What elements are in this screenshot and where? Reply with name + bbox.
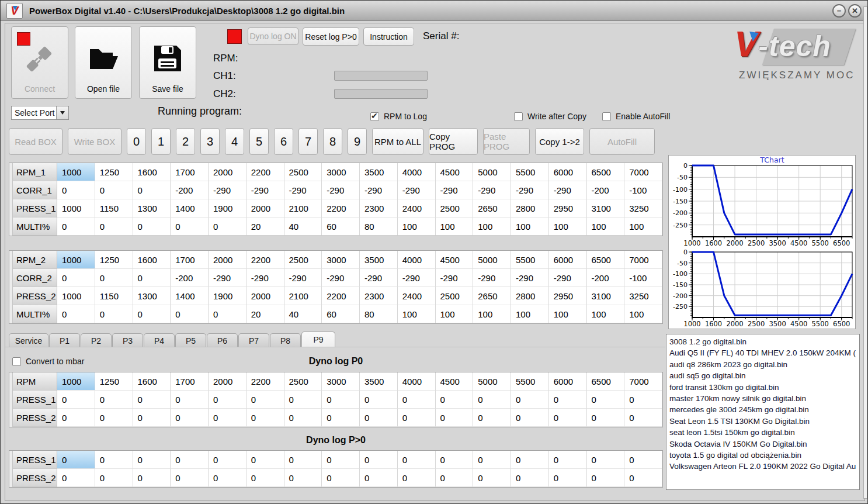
cell-PRESS_1-7[interactable]: 0 [322, 451, 360, 469]
cell-PRESS_2-13[interactable]: 0 [549, 469, 587, 487]
cell-PRESS_1-5[interactable]: 0 [246, 451, 284, 469]
cell-PRESS_2-14[interactable]: 0 [587, 409, 625, 427]
program-button-7[interactable]: 7 [298, 128, 318, 155]
cell-PRESS_1-14[interactable]: 0 [587, 451, 625, 469]
cell-RPM-12[interactable]: 5500 [511, 372, 549, 391]
cell-RPM_2-10[interactable]: 4500 [436, 251, 474, 269]
program-button-6[interactable]: 6 [274, 128, 293, 155]
cell-RPM_2-9[interactable]: 4000 [398, 251, 436, 269]
checkbox-box[interactable] [370, 112, 379, 121]
cell-CORR_2-8[interactable]: -290 [360, 269, 398, 287]
program-button-1[interactable]: 1 [151, 128, 171, 155]
cell-PRESS_2-13[interactable]: 2950 [549, 287, 587, 305]
cell-RPM_1-12[interactable]: 5500 [511, 163, 549, 181]
cell-MULTI%-11[interactable]: 100 [473, 305, 511, 323]
cell-RPM-1[interactable]: 1250 [95, 372, 133, 391]
cell-PRESS_1-14[interactable]: 3100 [587, 199, 625, 218]
cell-RPM-9[interactable]: 4000 [398, 372, 436, 391]
checkbox-box[interactable] [602, 112, 611, 121]
select-port-dropdown[interactable]: Select Port [11, 106, 69, 120]
cell-MULTI%-14[interactable]: 100 [587, 218, 625, 236]
cell-PRESS_2-13[interactable]: 0 [549, 409, 587, 427]
cell-PRESS_2-11[interactable]: 2650 [473, 287, 511, 305]
cell-PRESS_1-4[interactable]: 0 [209, 391, 246, 409]
cell-PRESS_2-9[interactable]: 0 [398, 409, 436, 427]
cell-PRESS_2-9[interactable]: 2400 [398, 287, 436, 305]
cell-PRESS_2-4[interactable]: 1900 [209, 287, 246, 305]
cell-PRESS_2-15[interactable]: 3250 [624, 287, 662, 305]
cell-MULTI%-4[interactable]: 0 [209, 305, 246, 323]
cell-PRESS_2-7[interactable]: 0 [322, 409, 360, 427]
cell-CORR_1-13[interactable]: -290 [549, 181, 587, 199]
tab-p3[interactable]: P3 [112, 333, 143, 347]
cell-RPM_2-0[interactable]: 1000 [57, 251, 95, 269]
cell-PRESS_1-11[interactable]: 0 [473, 451, 511, 469]
cell-CORR_1-6[interactable]: -290 [284, 181, 322, 199]
write-after-copy-checkbox[interactable]: Write after Copy [514, 112, 586, 121]
cell-RPM_2-5[interactable]: 2200 [246, 251, 284, 269]
cell-MULTI%-8[interactable]: 80 [360, 305, 398, 323]
instruction-button[interactable]: Instruction [363, 27, 414, 46]
cell-CORR_1-10[interactable]: -290 [436, 181, 474, 199]
cell-PRESS_2-6[interactable]: 0 [284, 409, 322, 427]
cell-MULTI%-5[interactable]: 20 [246, 305, 284, 323]
cell-CORR_1-3[interactable]: -200 [171, 181, 209, 199]
cell-CORR_1-9[interactable]: -290 [398, 181, 436, 199]
cell-CORR_2-11[interactable]: -290 [473, 269, 511, 287]
open-file-button[interactable]: Open file [75, 26, 132, 99]
file-list-item[interactable]: ford transit 130km go digital.bin [669, 382, 859, 393]
cell-PRESS_1-3[interactable]: 1400 [171, 199, 209, 218]
file-list-item[interactable]: master 170km nowy silnik go digital.bin [669, 393, 859, 404]
tab-p1[interactable]: P1 [49, 333, 80, 347]
cell-CORR_2-4[interactable]: -290 [209, 269, 246, 287]
cell-PRESS_1-10[interactable]: 2500 [436, 199, 474, 218]
cell-PRESS_2-1[interactable]: 1150 [95, 287, 133, 305]
cell-CORR_2-14[interactable]: -200 [587, 269, 625, 287]
cell-PRESS_2-2[interactable]: 1300 [133, 287, 171, 305]
cell-PRESS_1-13[interactable]: 2950 [549, 199, 587, 218]
cell-PRESS_2-15[interactable]: 0 [624, 469, 662, 487]
cell-RPM-13[interactable]: 6000 [549, 372, 587, 391]
cell-PRESS_2-10[interactable]: 0 [436, 469, 474, 487]
file-list-item[interactable]: Skoda Octavia IV 150KM Go Digital.bin [669, 439, 859, 450]
cell-PRESS_2-6[interactable]: 2100 [284, 287, 322, 305]
cell-CORR_2-7[interactable]: -290 [322, 269, 360, 287]
cell-PRESS_2-1[interactable]: 0 [95, 469, 133, 487]
cell-RPM_1-0[interactable]: 1000 [57, 163, 95, 181]
tab-p8[interactable]: P8 [270, 333, 301, 347]
cell-CORR_2-9[interactable]: -290 [398, 269, 436, 287]
cell-CORR_1-0[interactable]: 0 [57, 181, 95, 199]
cell-CORR_2-1[interactable]: 0 [95, 269, 133, 287]
cell-PRESS_2-2[interactable]: 0 [133, 469, 171, 487]
cell-MULTI%-2[interactable]: 0 [133, 218, 171, 236]
cell-RPM_2-4[interactable]: 2000 [209, 251, 246, 269]
program-button-5[interactable]: 5 [249, 128, 269, 155]
cell-MULTI%-15[interactable]: 100 [624, 305, 662, 323]
cell-PRESS_1-9[interactable]: 0 [398, 451, 436, 469]
cell-PRESS_2-11[interactable]: 0 [473, 469, 511, 487]
cell-RPM_1-8[interactable]: 3500 [360, 163, 398, 181]
cell-CORR_2-12[interactable]: -290 [511, 269, 549, 287]
cell-RPM-11[interactable]: 5000 [473, 372, 511, 391]
cell-MULTI%-1[interactable]: 0 [95, 305, 133, 323]
cell-PRESS_2-5[interactable]: 0 [246, 469, 284, 487]
copy-1-2-button[interactable]: Copy 1->2 [535, 128, 584, 155]
cell-PRESS_2-1[interactable]: 0 [95, 409, 133, 427]
cell-PRESS_1-1[interactable]: 1150 [95, 199, 133, 218]
cell-CORR_2-2[interactable]: 0 [133, 269, 171, 287]
cell-RPM-10[interactable]: 4500 [436, 372, 474, 391]
file-list-item[interactable]: Seat Leon 1.5 TSI 130KM Go Digital.bin [669, 416, 859, 427]
program-button-9[interactable]: 9 [348, 128, 367, 155]
cell-MULTI%-6[interactable]: 40 [284, 218, 322, 236]
cell-PRESS_1-5[interactable]: 0 [246, 391, 284, 409]
cell-PRESS_1-15[interactable]: 0 [624, 391, 662, 409]
cell-PRESS_1-2[interactable]: 0 [133, 451, 171, 469]
reset-log-button[interactable]: Reset log P>0 [303, 27, 359, 46]
cell-RPM_2-14[interactable]: 6500 [587, 251, 625, 269]
cell-RPM_2-13[interactable]: 6000 [549, 251, 587, 269]
cell-RPM_1-6[interactable]: 2500 [284, 163, 322, 181]
cell-RPM_2-7[interactable]: 3000 [322, 251, 360, 269]
cell-RPM-7[interactable]: 3000 [322, 372, 360, 391]
file-list-item[interactable]: Audi Q5 II (FY FL) 40 TDI MHEV 2.0 150kW… [669, 347, 859, 358]
cell-PRESS_1-10[interactable]: 0 [436, 451, 474, 469]
